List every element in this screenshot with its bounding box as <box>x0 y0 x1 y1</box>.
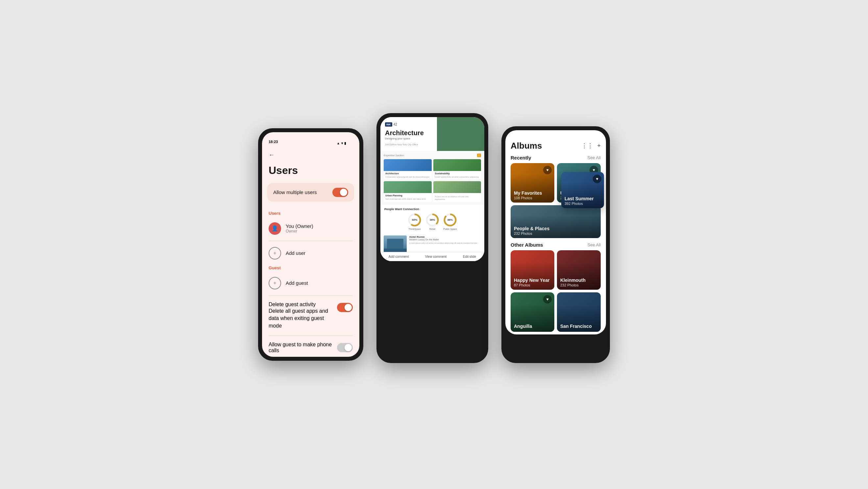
add-guest-item[interactable]: + Add guest <box>262 274 360 293</box>
slide-edition: 2nd Edition New York City Office <box>385 143 432 146</box>
slide-tagline: Designing your space <box>385 137 432 140</box>
phone-albums: Albums ⋮⋮ + Recently See All ♥ My Favori… <box>501 126 610 363</box>
slide-card-2: Sustainability Lorem ipsum dolor sit ame… <box>433 159 482 180</box>
slide-section-label: Expertise Section <box>384 154 404 157</box>
page-title: Users <box>262 161 360 183</box>
add-comment-button[interactable]: Add comment <box>389 255 409 258</box>
slide-cards-grid: Architecture Consectetur adipiscing elit… <box>384 159 481 202</box>
phone2-content: INK 42 Architecture Designing your space… <box>380 117 484 261</box>
allow-phone-row: Allow guest to make phone calls <box>262 338 360 357</box>
album-hny-content: Happy New Year 87 Photos <box>510 275 554 290</box>
delete-guest-label: Delete guest activity <box>269 302 332 307</box>
album-kleinmouth[interactable]: Kleinmouth 232 Photos <box>557 250 601 290</box>
owner-name: You (Owner) <box>286 223 313 229</box>
slide-left: INK 42 Architecture Designing your space… <box>380 117 437 151</box>
album-my-favorites[interactable]: ♥ My Favorites 108 Photos <box>510 163 554 203</box>
phone1-content: 18:23 ▲ ▾ ▮ ← Users Allow multiple users… <box>262 132 360 357</box>
slide-1: INK 42 Architecture Designing your space… <box>380 117 484 205</box>
album-aq-name: Anguilla <box>514 324 551 329</box>
delete-guest-toggle[interactable] <box>337 303 353 312</box>
add-guest-info: Add guest <box>286 280 308 286</box>
donut-1-name: ThinkSpace <box>407 228 422 230</box>
album-km-name: Kleinmouth <box>560 278 597 283</box>
slide-card-3-img <box>384 181 432 193</box>
donut-3-label: 88% <box>443 213 457 227</box>
slide-card-1-desc: Consectetur adipiscing elit sed do eiusm… <box>384 176 432 180</box>
phone-notch <box>301 128 320 131</box>
phone2-notch <box>423 113 442 116</box>
slide-top: INK 42 Architecture Designing your space… <box>380 117 484 151</box>
floating-content: Last Summer 392 Photos <box>561 193 604 208</box>
divider-3 <box>269 335 353 336</box>
floating-name: Last Summer <box>564 196 601 202</box>
slide-image <box>437 117 484 151</box>
hotel-name: Hotel Rumie <box>409 236 481 238</box>
allow-multiple-users-toggle[interactable] <box>332 188 348 197</box>
view-comment-button[interactable]: View comment <box>425 255 446 258</box>
donut-2: 38% Retail <box>425 213 440 230</box>
allow-phone-toggle[interactable] <box>337 343 353 352</box>
slide-card-4-img <box>433 181 482 193</box>
album-favorites-content: My Favorites 108 Photos <box>510 188 554 203</box>
allow-phone-label: Allow guest to make phone calls <box>269 342 332 354</box>
guest-section-label: Guest <box>262 263 360 274</box>
album-favorites-name: My Favorites <box>514 190 551 196</box>
recently-header: Recently See All <box>505 154 606 163</box>
album-km-count: 232 Photos <box>560 283 597 287</box>
album-sf-name: San Francisco <box>560 324 597 329</box>
slide-card-2-title: Sustainability <box>433 171 482 176</box>
add-user-avatar: + <box>269 247 281 259</box>
floating-count: 392 Photos <box>564 202 601 206</box>
donut-1: 60% ThinkSpace <box>407 213 422 230</box>
ink-num: 42 <box>394 123 397 126</box>
united-states-container: ♥ United States 274 Photos ♥ Last Summer… <box>557 163 601 203</box>
albums-container: Albums ⋮⋮ + Recently See All ♥ My Favori… <box>505 130 606 334</box>
owner-info: You (Owner) Owner <box>286 223 313 234</box>
owner-item: 👤 You (Owner) Owner <box>262 219 360 238</box>
ink-logo: INK 42 <box>385 122 432 127</box>
add-icon[interactable]: + <box>597 143 601 149</box>
signal-icon: ▲ <box>337 142 340 145</box>
battery-icon: ▮ <box>344 142 346 145</box>
see-all-other[interactable]: See All <box>588 242 601 247</box>
phone-presentation: INK 42 Architecture Designing your space… <box>376 113 488 363</box>
wifi-icon: ▾ <box>341 142 343 145</box>
slide-card-4-title <box>433 193 482 196</box>
donut-3-chart: 88% <box>443 213 457 227</box>
divider-2 <box>269 295 353 296</box>
people-places-row: People & Places 232 Photos <box>505 205 606 241</box>
album-aq-content: Anguilla <box>510 321 554 332</box>
recently-label: Recently <box>510 155 531 160</box>
see-all-recently[interactable]: See All <box>588 155 601 160</box>
slide-card-1: Architecture Consectetur adipiscing elit… <box>384 159 432 180</box>
allow-multiple-users-row: Allow multiple users <box>267 183 354 202</box>
slide-bottom-grid: Expertise Section 1 Architecture Consect… <box>380 151 484 205</box>
slide-badge: 1 <box>477 154 481 157</box>
divider-1 <box>269 241 353 241</box>
donut-1-chart: 60% <box>407 213 422 227</box>
donut-3: 88% Public Space <box>443 213 457 230</box>
donut-row: 60% ThinkSpace 38% Retail <box>384 213 480 230</box>
album-happy-new-year[interactable]: Happy New Year 87 Photos <box>510 250 554 290</box>
album-san-francisco[interactable]: San Francisco <box>557 292 601 332</box>
floating-album-last-summer[interactable]: ♥ Last Summer 392 Photos <box>561 172 604 208</box>
allow-phone-text: Allow guest to make phone calls <box>269 342 332 354</box>
donut-3-name: Public Space <box>443 228 457 230</box>
phone-users: 18:23 ▲ ▾ ▮ ← Users Allow multiple users… <box>258 128 363 361</box>
album-people-places[interactable]: People & Places 232 Photos <box>510 205 601 238</box>
slide-right <box>437 117 484 151</box>
album-pp-content: People & Places 232 Photos <box>510 223 601 238</box>
hotel-sub: Modern Luxury On the Water <box>409 238 481 241</box>
album-anguilla[interactable]: ♥ Anguilla <box>510 292 554 332</box>
donut-2-label: 38% <box>425 213 440 227</box>
heart-icon-favorites[interactable]: ♥ <box>543 166 552 174</box>
other-albums-grid: Happy New Year 87 Photos Kleinmouth 232 … <box>505 250 606 334</box>
edit-slide-button[interactable]: Edit slide <box>463 255 476 258</box>
grid-icon[interactable]: ⋮⋮ <box>581 142 593 149</box>
phone-screen: 18:23 ▲ ▾ ▮ ← Users Allow multiple users… <box>262 132 360 357</box>
add-user-item[interactable]: + Add user <box>262 244 360 263</box>
heart-icon-anguilla[interactable]: ♥ <box>543 295 552 304</box>
back-button[interactable]: ← <box>262 149 360 161</box>
heart-icon-summer[interactable]: ♥ <box>593 175 601 183</box>
album-pp-count: 232 Photos <box>514 232 597 236</box>
